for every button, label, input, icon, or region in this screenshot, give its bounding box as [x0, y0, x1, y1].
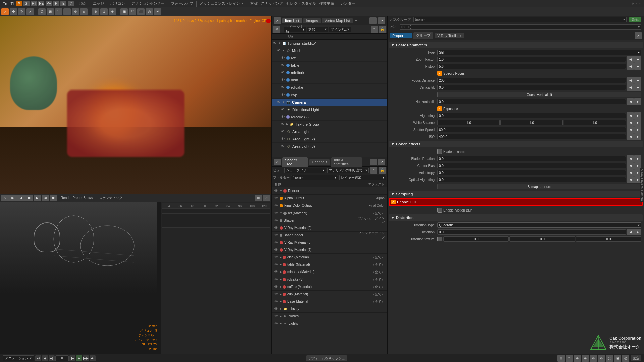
- shader-nodes[interactable]: 👁 ▶ ⊕ Nodes: [272, 313, 387, 320]
- disttex-v2[interactable]: 0.0: [509, 236, 575, 242]
- eye-dish[interactable]: 👁: [281, 78, 286, 82]
- expand-nodes[interactable]: ▶: [280, 315, 282, 318]
- mode-p[interactable]: P: [53, 1, 59, 6]
- item-texgroup[interactable]: 👁 ▶ 📁 Texture Group: [272, 121, 387, 128]
- preview-home[interactable]: ⌂: [1, 195, 9, 201]
- tb-curve[interactable]: ⌒: [55, 8, 62, 15]
- tb-text[interactable]: T: [63, 8, 71, 15]
- prop-guess-btn[interactable]: Guess vertical tilt: [437, 92, 641, 97]
- tb-rig[interactable]: ⬚: [129, 8, 136, 15]
- tab-vertex-map[interactable]: Vertex Map List: [322, 18, 353, 23]
- tab-shader-tree[interactable]: Shader Tree: [282, 157, 308, 167]
- filter-none-dropdown[interactable]: (none) ▾: [291, 175, 338, 180]
- bottom-icon-9[interactable]: ◎: [622, 355, 629, 362]
- action-center[interactable]: アクションセンター: [130, 1, 166, 6]
- tb-anim[interactable]: ▣: [120, 8, 128, 15]
- preview-stop[interactable]: ⏹: [25, 195, 33, 201]
- opvig-minus[interactable]: ◀: [627, 176, 634, 183]
- eye-alpha[interactable]: 👁: [274, 196, 279, 201]
- mode-m[interactable]: M: [16, 1, 22, 6]
- falloff[interactable]: フォールオフ: [170, 1, 195, 6]
- item-rolcake2[interactable]: 👁 rolcake (2): [272, 113, 387, 121]
- eye-dishmat[interactable]: 👁: [274, 255, 279, 260]
- eye-rolcake2[interactable]: 👁: [281, 115, 286, 119]
- select-mode[interactable]: 頂点: [78, 1, 88, 6]
- eye-base-shader[interactable]: 👁: [274, 233, 279, 238]
- shader-library[interactable]: 👁 ▶ 📁 Library: [272, 305, 387, 313]
- eye-arealight3[interactable]: 👁: [281, 144, 286, 149]
- timeline-track-3[interactable]: [162, 218, 270, 223]
- il-options[interactable]: ≡: [371, 26, 378, 33]
- add-item-dropdown[interactable]: アイテム追加 ▾: [284, 27, 306, 32]
- shader-alpha-out[interactable]: 👁 Alpha Output Alpha: [272, 195, 387, 202]
- eye-mesh[interactable]: 👁: [277, 48, 282, 53]
- render-viewport[interactable]: 145 KPaths/s 2.58s elapsed 1 paths/pixel…: [0, 16, 271, 194]
- prop-vignetting-value[interactable]: 0.0: [437, 113, 626, 118]
- tb-sculpt[interactable]: ◈: [80, 8, 88, 15]
- blrot-minus[interactable]: ◀: [627, 155, 634, 162]
- dist-plus[interactable]: ▶: [634, 229, 641, 235]
- preview-play[interactable]: ▶: [34, 195, 41, 201]
- item-root[interactable]: 👁 ▼ 📄 lighting_start.lxo*: [272, 40, 387, 47]
- expand-refmat[interactable]: ▼: [280, 212, 282, 215]
- prop-centerbias-value[interactable]: 0.0: [437, 163, 626, 168]
- shader-expand[interactable]: ⤢: [274, 159, 281, 165]
- prop-dist-value[interactable]: 0.0: [437, 229, 626, 235]
- shader-miniforkmat[interactable]: 👁 ▶ minifork (Material) （全て）: [272, 268, 387, 276]
- item-list-maximize[interactable]: ↗: [378, 17, 385, 24]
- expand-rolcake3[interactable]: ▶: [280, 278, 282, 281]
- bottom-icon-8[interactable]: ◉: [614, 355, 621, 362]
- tb-render-icon[interactable]: ⬛: [137, 8, 145, 15]
- item-camera[interactable]: 👁 ▼ 📷 Camera: [272, 99, 387, 106]
- eye-minifork[interactable]: 👁: [281, 70, 286, 75]
- prop-disttype-value[interactable]: Quadratic ▾: [437, 222, 641, 228]
- select-dropdown[interactable]: 選択 ▾: [307, 27, 328, 32]
- blades-checkbox[interactable]: [437, 149, 442, 154]
- expand-mesh[interactable]: ▼: [282, 49, 285, 52]
- wb-minus[interactable]: ◀: [627, 119, 634, 126]
- preview-play-back[interactable]: ◀: [17, 195, 25, 201]
- mode-e[interactable]: E: [60, 1, 66, 6]
- eye-refmat[interactable]: 👁: [274, 211, 279, 216]
- vig-minus[interactable]: ◀: [627, 112, 634, 119]
- timeline-track-1[interactable]: [162, 209, 270, 214]
- tab-vray-toolbox[interactable]: V-Ray Toolbox: [435, 33, 464, 38]
- wb-plus[interactable]: ▶: [634, 119, 641, 126]
- wb-g[interactable]: 1.0: [500, 120, 563, 125]
- htilt-plus[interactable]: ▶: [634, 98, 641, 105]
- pass-input[interactable]: (none) ▾: [400, 24, 641, 30]
- path-group-input[interactable]: (none) ▾: [413, 17, 627, 22]
- shader-maximize[interactable]: ↗: [378, 159, 385, 165]
- eye-camera[interactable]: 👁: [277, 100, 282, 105]
- item-directional[interactable]: 👁 ☀ Directional Light: [272, 106, 387, 113]
- item-minifork[interactable]: 👁 minifork: [272, 69, 387, 76]
- tab-group[interactable]: グループ: [413, 32, 433, 39]
- iso-minus[interactable]: ◀: [627, 133, 634, 140]
- eye-root[interactable]: 👁: [273, 41, 278, 46]
- shader-minimize[interactable]: —: [370, 159, 377, 165]
- eye-rolcake3[interactable]: 👁: [274, 277, 279, 282]
- prop-opvig-value[interactable]: 0.0: [437, 177, 626, 182]
- eye-tablemat[interactable]: 👁: [274, 262, 279, 267]
- tb-light-icon[interactable]: ☀: [154, 8, 161, 15]
- eye-basemat[interactable]: 👁: [274, 299, 279, 304]
- shader-item[interactable]: 👁 Shader フルシェーディング: [272, 217, 387, 224]
- shader-cupmat[interactable]: 👁 ▶ cup (Material) （全て）: [272, 291, 387, 298]
- vig-plus[interactable]: ▶: [634, 112, 641, 119]
- exposure-checkbox[interactable]: ✓: [437, 106, 442, 111]
- preview-resize[interactable]: ⊞: [255, 195, 262, 201]
- shader-final-color[interactable]: 👁 Final Color Output Final Color: [272, 202, 387, 209]
- expand-cupmat[interactable]: ▶: [280, 293, 282, 296]
- preview-expand[interactable]: ↗: [263, 195, 270, 201]
- eye-rolcake[interactable]: 👁: [281, 85, 286, 90]
- preview-record[interactable]: ⏺: [50, 195, 57, 201]
- item-rolcake[interactable]: 👁 rolcake: [272, 84, 387, 91]
- tab-images[interactable]: Images: [303, 18, 321, 23]
- expand-tablemat[interactable]: ▶: [280, 263, 282, 266]
- kit-btn[interactable]: キット: [629, 1, 643, 6]
- expand-root[interactable]: ▼: [278, 42, 281, 45]
- iso-plus[interactable]: ▶: [634, 133, 641, 140]
- prop-iso-value[interactable]: 400.0: [437, 134, 626, 139]
- expand-miniforkmat[interactable]: ▶: [280, 270, 282, 274]
- eye-render[interactable]: 👁: [274, 189, 279, 193]
